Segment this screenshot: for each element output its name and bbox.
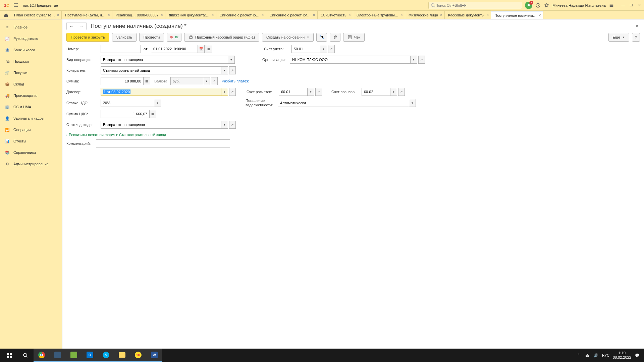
account-input[interactable]	[291, 45, 320, 53]
comment-input[interactable]	[96, 139, 230, 147]
dropdown-button[interactable]: ▾	[221, 121, 228, 129]
favorite-icon[interactable]	[544, 2, 550, 8]
search-input[interactable]	[435, 3, 520, 7]
tab-close[interactable]: ×	[108, 13, 110, 17]
tab-close[interactable]: ×	[400, 13, 403, 17]
contragent-input[interactable]	[101, 66, 221, 74]
tab-close[interactable]: ×	[539, 13, 541, 18]
tray-lang[interactable]: РУС	[602, 353, 609, 357]
tab-close[interactable]: ×	[161, 13, 163, 17]
notification-icon[interactable]	[525, 2, 532, 9]
history-icon[interactable]	[535, 2, 541, 8]
tab-6[interactable]: 1С-Отчетность×	[318, 11, 353, 19]
taskbar-explorer[interactable]	[114, 349, 130, 362]
dropdown-button[interactable]: ▾	[320, 45, 327, 53]
tab-close[interactable]: ×	[262, 13, 264, 17]
date-ext-button[interactable]: ▦	[206, 45, 212, 53]
open-button[interactable]: ↗	[229, 121, 236, 129]
open-button[interactable]: ↗	[328, 45, 335, 53]
page-close-icon[interactable]: ×	[634, 23, 640, 29]
tab-close[interactable]: ×	[57, 13, 59, 17]
close-button[interactable]: ✕	[636, 2, 643, 9]
calendar-button[interactable]: 📅	[198, 45, 205, 53]
more-button[interactable]: Еще▼	[608, 33, 629, 42]
maximize-button[interactable]: ☐	[628, 2, 635, 9]
tab-7[interactable]: Электронные трудовы…×	[353, 11, 405, 19]
structure-button[interactable]	[316, 33, 327, 42]
print-pko-button[interactable]: Приходный кассовый ордер (КО-1)	[184, 33, 259, 42]
vat-rate-input[interactable]	[101, 99, 154, 107]
nav-back[interactable]: ←	[67, 22, 76, 30]
nav-catalogs[interactable]: 📚Справочники	[0, 147, 62, 158]
tab-close[interactable]: ×	[313, 13, 315, 17]
tray-network-icon[interactable]: 🖧	[585, 353, 590, 358]
taskbar-app-3[interactable]	[66, 349, 82, 362]
calc-button[interactable]: ▦	[144, 77, 150, 85]
tab-close[interactable]: ×	[348, 13, 351, 17]
taskbar-clock[interactable]: 1:19 08.02.2022	[613, 351, 631, 360]
taskbar-chrome[interactable]	[34, 349, 50, 362]
tab-close[interactable]: ×	[212, 13, 214, 17]
nav-operations[interactable]: 🔁Операции	[0, 124, 62, 135]
op-type-input[interactable]	[101, 56, 228, 64]
post-and-close-button[interactable]: Провести и закрыть	[66, 33, 109, 42]
debt-input[interactable]	[278, 99, 409, 107]
page-menu-icon[interactable]: ⋮	[626, 23, 632, 29]
dropdown-button[interactable]: ▾	[154, 99, 161, 107]
nav-bank[interactable]: 🏦Банк и касса	[0, 44, 62, 56]
taskbar-app-2[interactable]	[50, 349, 66, 362]
taskbar-1c[interactable]: 1C	[130, 349, 146, 362]
settings-icon[interactable]	[608, 2, 614, 8]
tab-3[interactable]: Движения документа:…×	[165, 11, 216, 19]
nav-reports[interactable]: 📊Отчеты	[0, 135, 62, 147]
tab-9[interactable]: Кассовые документы×	[445, 11, 491, 19]
open-button[interactable]: ↗	[315, 88, 322, 96]
contract-input[interactable]: 1 от 08.07.2020	[101, 88, 221, 96]
tray-notifications-icon[interactable]: 💬	[635, 353, 640, 358]
tab-5[interactable]: Списание с расчетног…×	[266, 11, 318, 19]
split-payment-link[interactable]: Разбить платеж	[222, 79, 249, 83]
number-input[interactable]	[101, 45, 141, 53]
calc-button[interactable]: ▦	[150, 110, 156, 118]
taskbar-outlook[interactable]: O	[82, 349, 98, 362]
dropdown-button[interactable]: ▾	[221, 66, 228, 74]
dropdown-button[interactable]: ▾	[228, 56, 235, 64]
income-input[interactable]	[101, 121, 221, 129]
tab-1[interactable]: Поступление (акты, н…×	[62, 11, 112, 19]
nav-purchases[interactable]: 🛒Покупки	[0, 67, 62, 78]
nav-production[interactable]: 🚚Производство	[0, 90, 62, 101]
tab-close[interactable]: ×	[486, 13, 489, 17]
post-button[interactable]: Провести	[139, 33, 164, 42]
global-search[interactable]	[428, 2, 522, 9]
minimize-button[interactable]: —	[620, 2, 627, 9]
attach-button[interactable]	[330, 33, 340, 42]
open-button[interactable]: ↗	[398, 88, 405, 96]
nav-forward[interactable]: →	[77, 22, 86, 30]
dropdown-button[interactable]: ▾	[390, 88, 397, 96]
taskbar-word[interactable]: W	[146, 349, 162, 362]
dt-kt-button[interactable]: ДтКт	[167, 33, 181, 42]
tab-10[interactable]: Поступление наличны…×	[491, 11, 543, 19]
nav-admin[interactable]: ⚙Администрирование	[0, 158, 62, 170]
calc-account-input[interactable]	[279, 88, 308, 96]
dropdown-button[interactable]: ▾	[221, 88, 228, 96]
tab-4[interactable]: Списание с расчетно…×	[216, 11, 266, 19]
tab-0[interactable]: План счетов бухгалте…×	[11, 11, 62, 19]
nav-payroll[interactable]: 👤Зарплата и кадры	[0, 113, 62, 124]
taskbar-search[interactable]	[17, 349, 34, 362]
nav-manager[interactable]: 📈Руководителю	[0, 33, 62, 44]
dropdown-button[interactable]: ▾	[308, 88, 314, 96]
tab-8[interactable]: Физические лица×	[405, 11, 445, 19]
tray-volume-icon[interactable]: 🔊	[593, 353, 599, 358]
print-details-expander[interactable]: › Реквизиты печатной формы: Станкостроит…	[66, 131, 640, 138]
start-button[interactable]	[1, 349, 17, 362]
home-tab[interactable]	[1, 11, 11, 19]
amount-input[interactable]	[101, 77, 144, 85]
help-button[interactable]: ?	[632, 33, 640, 42]
user-name[interactable]: Михеева Надежда Николаевна	[552, 3, 606, 7]
open-button[interactable]: ↗	[418, 56, 425, 64]
nav-sales[interactable]: 🛍Продажи	[0, 56, 62, 67]
open-button[interactable]: ↗	[229, 66, 236, 74]
taskbar-skype[interactable]: S	[98, 349, 114, 362]
org-input[interactable]	[290, 56, 411, 64]
